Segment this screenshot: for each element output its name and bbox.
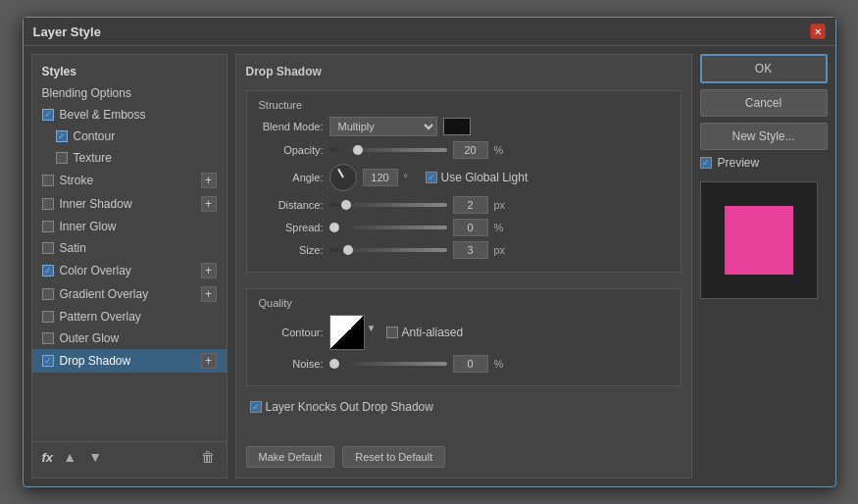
inner-shadow-checkbox[interactable]	[42, 198, 54, 210]
structure-section: Structure Blend Mode: Multiply Normal Sc…	[246, 90, 681, 273]
spread-slider[interactable]	[329, 226, 447, 229]
styles-header: Styles	[32, 61, 227, 82]
dialog-title: Layer Style	[33, 25, 101, 39]
blend-mode-row: Blend Mode: Multiply Normal Screen Overl…	[255, 117, 673, 136]
preview-checkbox[interactable]: ✓	[700, 157, 712, 169]
sidebar-item-bevel-emboss[interactable]: ✓ Bevel & Emboss	[32, 104, 227, 126]
contour-checkbox[interactable]: ✓	[56, 130, 68, 142]
pattern-overlay-label: Pattern Overlay	[60, 310, 141, 324]
move-up-button[interactable]: ▲	[61, 448, 78, 466]
preview-label-row: ✓ Preview	[700, 156, 828, 170]
stroke-plus-button[interactable]: +	[201, 173, 217, 188]
spread-input[interactable]	[453, 219, 488, 236]
drop-shadow-plus-button[interactable]: +	[201, 353, 217, 369]
color-overlay-checkbox[interactable]: ✓	[42, 265, 54, 277]
noise-input[interactable]	[453, 355, 488, 373]
anti-aliased-row: Anti-aliased	[386, 326, 464, 339]
sidebar-item-inner-glow[interactable]: Inner Glow	[32, 216, 227, 237]
structure-subtitle: Structure	[259, 99, 673, 111]
blend-mode-select[interactable]: Multiply Normal Screen Overlay	[329, 117, 437, 136]
satin-label: Satin	[60, 241, 86, 255]
spread-unit: %	[494, 222, 510, 233]
ok-button[interactable]: OK	[700, 54, 828, 83]
sidebar-item-color-overlay[interactable]: ✓ Color Overlay +	[32, 259, 227, 282]
outer-glow-checkbox[interactable]	[42, 332, 54, 344]
sidebar-item-outer-glow[interactable]: Outer Glow	[32, 328, 227, 349]
angle-row: Angle: ° ✓ Use Global Light	[255, 164, 673, 191]
noise-slider[interactable]	[329, 362, 447, 366]
bevel-emboss-label: Bevel & Emboss	[60, 108, 146, 122]
opacity-unit: %	[494, 144, 510, 156]
layer-knocks-out-checkbox[interactable]: ✓	[250, 401, 262, 413]
opacity-label: Opacity:	[255, 144, 324, 156]
layer-knocks-out-label: Layer Knocks Out Drop Shadow	[266, 400, 433, 414]
gradient-overlay-checkbox[interactable]	[42, 288, 54, 300]
layer-knocks-out-row: ✓ Layer Knocks Out Drop Shadow	[250, 400, 681, 414]
close-button[interactable]: ✕	[810, 24, 826, 39]
contour-preview[interactable]	[329, 315, 365, 350]
size-row: Size: px	[255, 241, 673, 259]
size-input[interactable]	[453, 241, 488, 259]
angle-dial[interactable]	[329, 164, 357, 191]
sidebar-item-gradient-overlay[interactable]: Gradient Overlay +	[32, 282, 227, 306]
contour-picker[interactable]: ▼	[329, 315, 365, 350]
distance-input[interactable]	[453, 196, 488, 214]
size-slider[interactable]	[329, 248, 447, 252]
texture-checkbox[interactable]	[56, 152, 68, 164]
inner-shadow-label: Inner Shadow	[60, 197, 132, 211]
angle-unit: °	[404, 172, 420, 183]
distance-thumb[interactable]	[341, 200, 351, 210]
distance-row: Distance: px	[255, 196, 673, 214]
fx-label: fx	[42, 450, 54, 465]
drop-shadow-label: Drop Shadow	[60, 354, 131, 368]
reset-default-button[interactable]: Reset to Default	[342, 446, 445, 468]
gradient-overlay-plus-button[interactable]: +	[201, 286, 217, 302]
opacity-slider[interactable]	[329, 148, 447, 152]
sidebar-item-satin[interactable]: Satin	[32, 237, 227, 259]
bevel-emboss-checkbox[interactable]: ✓	[42, 109, 54, 121]
sidebar-item-pattern-overlay[interactable]: Pattern Overlay	[32, 306, 227, 328]
new-style-button[interactable]: New Style...	[700, 123, 828, 150]
sidebar-item-blending-options[interactable]: Blending Options	[32, 82, 227, 104]
move-down-button[interactable]: ▼	[86, 448, 104, 466]
shadow-color-swatch[interactable]	[443, 118, 471, 135]
opacity-row: Opacity: %	[255, 141, 673, 159]
sidebar-item-inner-shadow[interactable]: Inner Shadow +	[32, 192, 227, 216]
bottom-buttons: Make Default Reset to Default	[246, 438, 681, 468]
section-title: Drop Shadow	[246, 65, 681, 78]
preview-swatch	[725, 206, 793, 275]
drop-shadow-checkbox[interactable]: ✓	[42, 355, 54, 367]
noise-label: Noise:	[255, 358, 324, 370]
color-overlay-plus-button[interactable]: +	[201, 263, 217, 278]
sidebar-item-drop-shadow[interactable]: ✓ Drop Shadow +	[32, 349, 227, 373]
layer-style-dialog: Layer Style ✕ Styles Blending Options ✓ …	[23, 17, 836, 487]
angle-input[interactable]	[363, 169, 398, 186]
cancel-button[interactable]: Cancel	[700, 89, 828, 117]
noise-row: Noise: %	[255, 355, 673, 373]
inner-glow-checkbox[interactable]	[42, 221, 54, 232]
inner-glow-label: Inner Glow	[60, 220, 117, 233]
pattern-overlay-checkbox[interactable]	[42, 311, 54, 323]
stroke-checkbox[interactable]	[42, 175, 54, 186]
sidebar-item-stroke[interactable]: Stroke +	[32, 169, 227, 192]
noise-thumb[interactable]	[329, 359, 339, 369]
noise-unit: %	[494, 358, 510, 370]
distance-slider[interactable]	[329, 203, 447, 207]
use-global-light-checkbox[interactable]: ✓	[426, 172, 437, 183]
left-panel: Styles Blending Options ✓ Bevel & Emboss…	[31, 54, 227, 479]
make-default-button[interactable]: Make Default	[246, 446, 335, 468]
opacity-input[interactable]	[453, 141, 488, 159]
anti-aliased-checkbox[interactable]	[386, 327, 398, 338]
texture-label: Texture	[74, 151, 112, 165]
use-global-light-label: Use Global Light	[441, 171, 529, 184]
opacity-thumb[interactable]	[353, 145, 363, 155]
sidebar-item-texture[interactable]: Texture	[32, 147, 227, 169]
inner-shadow-plus-button[interactable]: +	[201, 196, 217, 212]
spread-thumb[interactable]	[329, 223, 339, 232]
blending-options-label: Blending Options	[42, 86, 131, 100]
satin-checkbox[interactable]	[42, 242, 54, 254]
contour-dropdown-arrow[interactable]: ▼	[367, 323, 377, 333]
sidebar-item-contour[interactable]: ✓ Contour	[32, 126, 227, 147]
size-thumb[interactable]	[343, 245, 353, 255]
delete-button[interactable]: 🗑	[199, 448, 217, 466]
